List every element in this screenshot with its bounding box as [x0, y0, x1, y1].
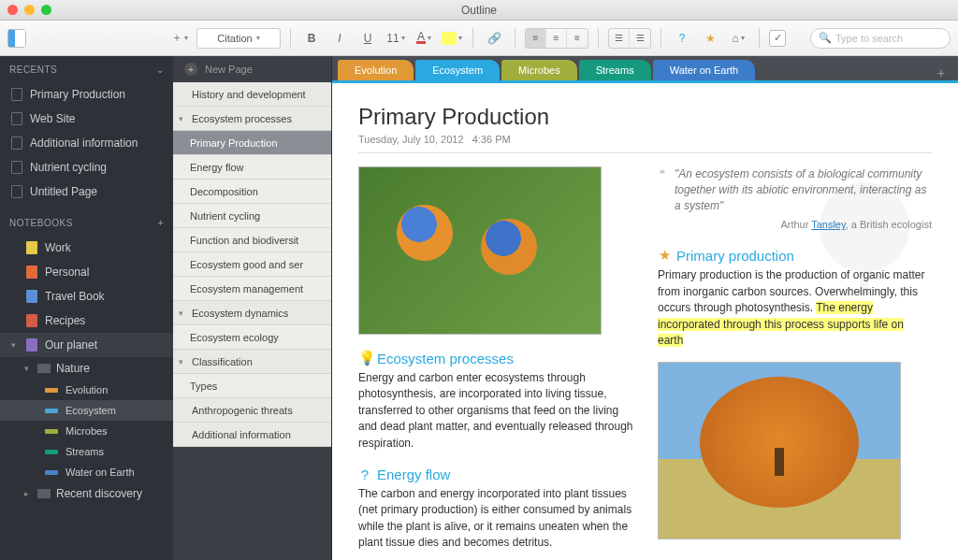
italic-button[interactable]: I	[328, 28, 351, 49]
outline-item[interactable]: ▾Ecosystem processes	[173, 107, 331, 131]
notebook-icon	[26, 338, 37, 352]
align-center-button[interactable]: ≡	[546, 29, 567, 48]
section-group[interactable]: ▸Recent discovery	[0, 482, 173, 505]
recent-item[interactable]: Primary Production	[0, 82, 173, 107]
tab-evolution[interactable]: Evolution	[338, 60, 414, 80]
home-icon[interactable]: ⌂	[727, 28, 749, 49]
link-button[interactable]: 🔗	[483, 28, 505, 49]
font-color-button[interactable]: A	[413, 28, 435, 49]
section-tabs: EvolutionEcosystemMicrobesStreamsWater o…	[332, 56, 958, 80]
help-icon[interactable]: ?	[671, 28, 693, 49]
star-icon: ★	[658, 247, 671, 264]
section-color-icon	[45, 409, 58, 413]
bullet-list-button[interactable]: ☰	[609, 29, 630, 48]
image-tree[interactable]	[658, 362, 901, 539]
plus-icon: +	[184, 63, 197, 76]
page-icon	[11, 112, 22, 125]
add-button[interactable]: ＋	[168, 28, 191, 49]
page-icon	[11, 161, 22, 174]
recent-item[interactable]: Web Site	[0, 107, 173, 131]
outline-item[interactable]: ▾Classification	[173, 350, 331, 374]
search-icon: 🔍	[819, 32, 832, 44]
font-size-select[interactable]: 11	[385, 28, 407, 49]
number-list-button[interactable]: ☰	[630, 29, 650, 48]
recent-item[interactable]: Untitled Page	[0, 179, 173, 204]
align-left-button[interactable]: ≡	[526, 29, 546, 48]
outline-item[interactable]: Types	[173, 374, 331, 398]
svg-rect-1	[860, 257, 869, 294]
outline-item[interactable]: Nutrient cycling	[173, 204, 331, 228]
plus-icon[interactable]: +	[158, 218, 164, 228]
tab-ecosystem[interactable]: Ecosystem	[415, 60, 500, 80]
section-color-icon	[45, 388, 58, 393]
toolbar: ＋ Citation B I U 11 A 🔗 ≡ ≡ ≡ ☰ ☰ ? ★ ⌂ …	[0, 21, 958, 56]
align-right-button[interactable]: ≡	[567, 29, 588, 48]
page-icon	[11, 88, 22, 101]
recent-item[interactable]: Nutrient cycling	[0, 155, 173, 179]
search-input[interactable]: 🔍 Type to search	[810, 28, 951, 49]
folder-icon	[37, 364, 51, 373]
notebook-item[interactable]: Personal	[0, 260, 173, 284]
tab-water-on-earth[interactable]: Water on Earth	[653, 60, 756, 80]
content-area: EvolutionEcosystemMicrobesStreamsWater o…	[332, 56, 958, 560]
section-item[interactable]: Microbes	[0, 421, 173, 441]
notebook-item[interactable]: Work	[0, 236, 173, 260]
section-group[interactable]: ▾Nature	[0, 357, 173, 380]
expand-icon: ▾	[179, 309, 188, 318]
recents-header[interactable]: RECENTS ⌄	[0, 56, 173, 82]
window-title: Outline	[0, 4, 958, 17]
section-color-icon	[45, 450, 58, 454]
outline-item[interactable]: Energy flow	[173, 155, 331, 179]
notebook-icon	[26, 290, 37, 303]
outline-item[interactable]: Primary Production	[173, 131, 331, 155]
bold-button[interactable]: B	[300, 28, 323, 49]
notebook-icon	[26, 314, 37, 327]
align-group: ≡ ≡ ≡	[525, 28, 588, 49]
add-tab-button[interactable]: +	[930, 65, 952, 80]
expand-icon: ▾	[179, 114, 188, 123]
folder-icon	[37, 489, 51, 498]
expand-icon: ▾	[179, 357, 188, 366]
notebook-icon	[26, 241, 37, 254]
notebook-item[interactable]: Recipes	[0, 309, 173, 333]
recent-item[interactable]: Additional information	[0, 131, 173, 155]
page-timestamp: Tuesday, July 10, 2012 4:36 PM	[358, 130, 932, 153]
star-icon[interactable]: ★	[699, 28, 721, 49]
outline-item[interactable]: Additional information	[173, 423, 331, 447]
underline-button[interactable]: U	[356, 28, 379, 49]
notebooks-header[interactable]: NOTEBOOKS +	[0, 209, 173, 236]
section-item[interactable]: Water on Earth	[0, 462, 173, 482]
outline-item[interactable]: Ecosystem good and ser	[173, 252, 331, 277]
style-select[interactable]: Citation	[196, 28, 281, 49]
todo-checkbox[interactable]: ✓	[769, 30, 786, 47]
quote-text: "An ecosystem consists of a biological c…	[658, 166, 932, 213]
outline-item[interactable]: Decomposition	[173, 179, 331, 204]
sidebar: RECENTS ⌄ Primary ProductionWeb SiteAddi…	[0, 56, 173, 560]
notebook-icon	[26, 266, 37, 279]
outline-item[interactable]: ▾Ecosystem dynamics	[173, 301, 331, 325]
new-page-button[interactable]: + New Page	[173, 56, 331, 82]
tab-streams[interactable]: Streams	[579, 60, 651, 80]
question-icon: ?	[358, 467, 371, 482]
page-icon	[11, 136, 22, 150]
section-item[interactable]: Ecosystem	[0, 400, 173, 421]
image-birds[interactable]	[358, 166, 602, 335]
highlight-button[interactable]	[441, 28, 463, 49]
outline-item[interactable]: Ecosystem ecology	[173, 325, 331, 350]
note-page[interactable]: Primary Production Tuesday, July 10, 201…	[332, 80, 958, 560]
titlebar: Outline	[0, 0, 958, 21]
sidebar-toggle-icon[interactable]	[7, 29, 26, 48]
section-item[interactable]: Evolution	[0, 380, 173, 400]
outline-item[interactable]: History and development	[173, 82, 331, 107]
page-list: + New Page History and development▾Ecosy…	[173, 56, 332, 560]
section-item[interactable]: Streams	[0, 441, 173, 462]
lightbulb-icon: 💡	[358, 350, 371, 366]
notebook-item[interactable]: ▾Our planet	[0, 333, 173, 357]
outline-item[interactable]: Ecosystem management	[173, 277, 331, 301]
outline-item[interactable]: Anthropogenic threats	[173, 398, 331, 423]
section-color-icon	[45, 429, 58, 434]
outline-item[interactable]: Function and biodiversit	[173, 228, 331, 252]
notebook-item[interactable]: Travel Book	[0, 284, 173, 309]
tab-microbes[interactable]: Microbes	[501, 60, 577, 80]
chevron-down-icon: ⌄	[156, 65, 165, 75]
